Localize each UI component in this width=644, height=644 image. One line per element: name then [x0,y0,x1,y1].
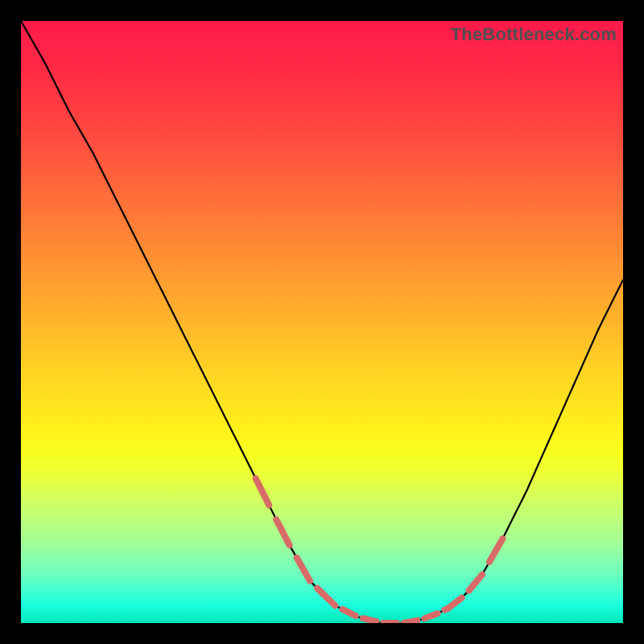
chart-frame: TheBottleneck.com [0,0,644,644]
curve-layer [21,21,623,623]
bottleneck-curve [21,21,623,623]
plot-area: TheBottleneck.com [21,21,623,623]
watermark-text: TheBottleneck.com [451,24,617,45]
highlight-dashes [256,478,503,623]
